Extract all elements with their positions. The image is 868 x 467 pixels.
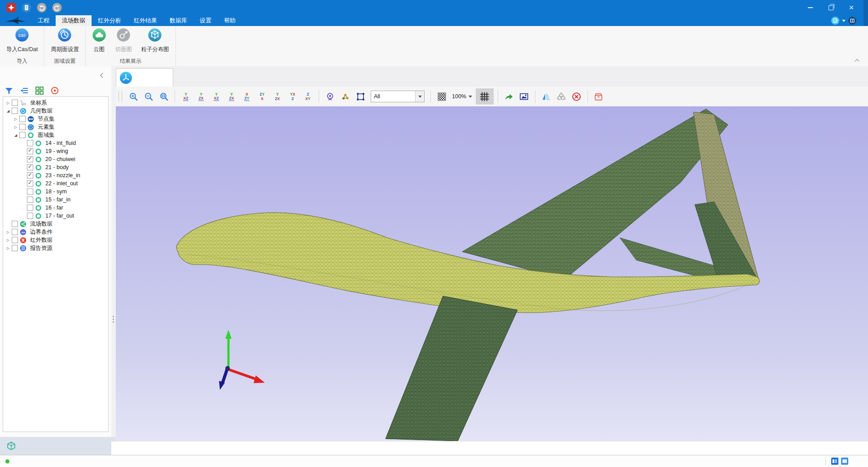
tree-checkbox[interactable] (27, 196, 33, 203)
tree-row[interactable]: 14 - int_fluid (3, 139, 108, 147)
app-badge-icon[interactable] (6, 3, 16, 13)
ribbon-button-cas-import[interactable]: cas 导入Cas/Dat (2, 26, 42, 56)
display-filter-combo[interactable]: All (371, 91, 425, 102)
export-button[interactable] (502, 90, 516, 103)
menu-item-3[interactable]: 红外分析 (92, 15, 127, 26)
ribbon-button-period-face[interactable]: 周期面设置 (46, 26, 83, 56)
view-iso-1-button[interactable]: YZX (271, 90, 284, 103)
undo-icon[interactable] (37, 3, 47, 13)
menu-item-6[interactable]: 设置 (193, 15, 218, 26)
tree-row[interactable]: ▷ YZX 坐标系 (3, 99, 108, 107)
new-document-icon[interactable] (22, 3, 31, 13)
zoom-in-button[interactable] (127, 90, 140, 103)
molecule-button[interactable] (338, 90, 352, 103)
ribbon-button-particle-map[interactable]: 粒子分布图 (136, 26, 174, 56)
tree-checkbox[interactable] (27, 188, 33, 195)
view-back-button[interactable]: YZX (194, 90, 208, 103)
tree-checkbox[interactable] (12, 229, 18, 235)
point-cloud-button[interactable] (555, 90, 568, 103)
view-top-button[interactable]: XZY (240, 90, 254, 103)
tree-checkbox[interactable] (12, 245, 18, 251)
tree-checkbox[interactable] (27, 205, 33, 211)
grid-button[interactable] (476, 88, 494, 105)
tree-expander-icon[interactable]: ▷ (13, 125, 19, 129)
view-left-button[interactable]: YXZ (210, 90, 223, 103)
panel-collapse-icon[interactable] (100, 73, 104, 78)
tree-checkbox[interactable] (27, 164, 33, 170)
view-front-button[interactable]: YXZ (179, 90, 193, 103)
layout-icon-2[interactable] (841, 458, 848, 465)
tree-checkbox[interactable] (12, 221, 18, 227)
tree-row[interactable]: 22 - inlet_out (3, 179, 108, 188)
panel-footer-tab[interactable] (0, 437, 116, 455)
tree-checkbox[interactable] (12, 237, 18, 243)
opacity-pattern-button[interactable] (435, 90, 448, 103)
tree-row[interactable]: 16 - far (3, 204, 108, 212)
tree-row[interactable]: ◢ 面域集 (3, 131, 108, 139)
tree-checkbox[interactable] (27, 140, 33, 146)
ribbon-button-cloud-map[interactable]: 云图 (88, 26, 111, 56)
view-iso-2-button[interactable]: YXZ (286, 90, 299, 103)
chevron-down-icon[interactable] (415, 91, 424, 102)
view-iso-3-button[interactable]: ZXY (301, 90, 315, 103)
toolbar-grip[interactable] (118, 91, 122, 102)
tree-row[interactable]: ▷ 报告资源 (3, 244, 108, 252)
tree-expander-icon[interactable]: ▷ (5, 230, 11, 234)
grid-view-icon[interactable] (35, 86, 44, 95)
tab-3d-view[interactable] (116, 68, 173, 87)
minimize-button[interactable] (800, 0, 820, 15)
tree-row[interactable]: 21 - body (3, 163, 108, 171)
mirror-button[interactable] (539, 90, 553, 103)
tree-row[interactable]: 20 - chuiwei (3, 155, 108, 163)
tree-expander-icon[interactable]: ▷ (5, 246, 11, 250)
tree-row[interactable]: 15 - far_in (3, 196, 108, 204)
chevron-down-icon[interactable] (842, 20, 846, 22)
menu-item-4[interactable]: 红外结果 (127, 15, 163, 26)
tree-expander-icon[interactable]: ▷ (5, 101, 11, 105)
theme-icon[interactable] (831, 17, 839, 25)
menu-item-7[interactable]: 帮助 (218, 15, 242, 26)
ribbon-collapse-icon[interactable] (855, 58, 859, 62)
tree-row[interactable]: 17 - far_out (3, 212, 108, 220)
menu-item-5[interactable]: 数据库 (163, 15, 193, 26)
tree-row[interactable]: ◢ 几何数据 (3, 107, 108, 115)
tree-row[interactable]: ▷ 节点集 (3, 115, 108, 123)
tree-checkbox[interactable] (27, 156, 33, 162)
view-right-button[interactable]: YZX (225, 90, 238, 103)
tree-checkbox[interactable] (27, 213, 33, 219)
redo-icon[interactable] (52, 3, 62, 13)
menu-item-1[interactable]: 工程 (31, 15, 56, 26)
panel-splitter[interactable] (111, 66, 116, 437)
tree-row[interactable]: 流场数据 (3, 220, 108, 228)
tree-checkbox[interactable] (19, 116, 26, 122)
close-button[interactable]: × (841, 0, 862, 15)
cancel-button[interactable] (570, 90, 583, 103)
viewport-3d[interactable] (116, 106, 868, 441)
save-scene-button[interactable] (592, 90, 605, 103)
filter-icon[interactable] (4, 86, 13, 95)
menu-item-2[interactable]: 流场数据 (56, 15, 92, 26)
target-icon[interactable] (50, 86, 59, 95)
tree-expander-icon[interactable]: ◢ (13, 133, 19, 137)
tree-row[interactable]: 18 - sym (3, 188, 108, 196)
snapshot-button[interactable] (517, 90, 531, 103)
tree-checkbox[interactable] (12, 108, 18, 114)
zoom-level-dropdown[interactable]: 100% (452, 93, 472, 100)
tree-checkbox[interactable] (19, 124, 26, 130)
tree-expander-icon[interactable]: ◢ (5, 109, 11, 113)
tree-checkbox[interactable] (27, 172, 33, 179)
tree-checkbox[interactable] (27, 180, 33, 187)
tree-expander-icon[interactable]: ▷ (13, 117, 19, 121)
tree-row[interactable]: ▷ 边界条件 (3, 228, 108, 236)
view-bottom-button[interactable]: ZYX (255, 90, 269, 103)
tree-checkbox[interactable] (27, 148, 33, 154)
zoom-fit-button[interactable] (157, 90, 171, 103)
restore-button[interactable] (820, 0, 841, 15)
tree-row[interactable]: ▷ 红外数据 (3, 236, 108, 244)
select-region-button[interactable] (354, 90, 367, 103)
tree-row[interactable]: 23 - nozzle_in (3, 171, 108, 179)
tree-checkbox[interactable] (12, 100, 18, 106)
outline-list-icon[interactable] (20, 86, 29, 95)
probe-button[interactable] (323, 90, 337, 103)
zoom-out-button[interactable] (142, 90, 155, 103)
